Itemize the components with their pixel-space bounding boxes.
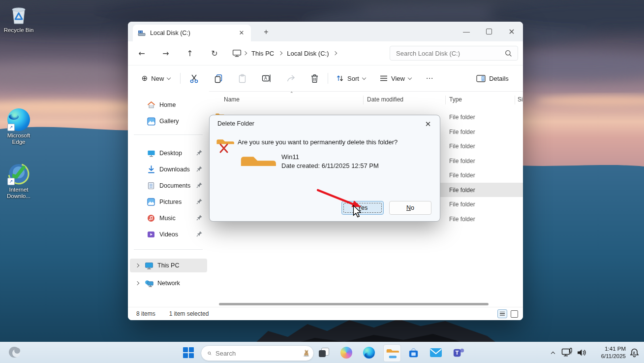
sort-ascending-caret-icon: ⌃ — [290, 91, 294, 96]
back-button[interactable]: ← — [136, 47, 148, 59]
paste-icon — [238, 74, 246, 83]
svg-text:z: z — [633, 350, 635, 355]
network-icon[interactable] — [561, 348, 572, 358]
horizontal-scrollbar[interactable] — [219, 303, 489, 305]
column-header-name[interactable]: Name — [224, 96, 240, 103]
dialog-close-icon[interactable]: ✕ — [422, 118, 434, 130]
teams-button[interactable]: T — [452, 346, 465, 359]
sidebar-item-label: This PC — [157, 262, 207, 269]
chevron-right-icon[interactable] — [333, 51, 337, 55]
forward-button[interactable]: → — [160, 47, 172, 59]
sidebar-item-downloads[interactable]: Downloads — [130, 163, 207, 176]
pin-icon — [196, 214, 203, 222]
chevron-right-icon[interactable] — [278, 51, 282, 55]
svg-text:T: T — [455, 350, 459, 356]
edge-button[interactable] — [363, 346, 375, 359]
minimize-button[interactable]: — — [455, 22, 478, 41]
file-type: File folder — [449, 201, 475, 208]
view-button[interactable]: View — [375, 70, 416, 87]
sort-button[interactable]: Sort — [332, 70, 370, 87]
search-icon — [208, 350, 212, 357]
mail-button[interactable] — [429, 346, 442, 359]
this-pc-monitor-icon — [232, 49, 242, 57]
share-button[interactable] — [280, 70, 302, 87]
microsoft-store-button[interactable] — [407, 346, 420, 359]
taskbar-search[interactable] — [201, 345, 314, 361]
yes-button[interactable]: Yes — [341, 201, 384, 215]
share-icon — [286, 74, 296, 83]
chevron-right-icon[interactable] — [243, 51, 247, 55]
weather-widget-icon[interactable] — [8, 346, 21, 359]
taskbar-search-input[interactable] — [212, 350, 302, 357]
downloads-icon — [147, 165, 155, 174]
sidebar-item-gallery[interactable]: Gallery — [130, 114, 207, 128]
search-input[interactable] — [390, 50, 505, 57]
yes-button-label: Yes — [358, 204, 368, 211]
maximize-button[interactable] — [478, 22, 500, 41]
items-count: 8 items — [136, 310, 155, 317]
notification-bell-icon[interactable]: z — [630, 348, 639, 358]
details-button-label: Details — [489, 75, 509, 82]
paste-button[interactable] — [231, 70, 253, 87]
sidebar-item-this-pc[interactable]: This PC — [130, 259, 207, 272]
column-header-date-modified[interactable]: Date modified — [367, 96, 403, 103]
rename-button[interactable]: A — [255, 70, 277, 87]
sidebar-item-pictures[interactable]: Pictures — [130, 195, 207, 209]
sidebar-item-videos[interactable]: Videos — [130, 228, 207, 241]
details-button[interactable]: Details — [470, 70, 515, 87]
file-type: File folder — [449, 172, 475, 179]
no-button[interactable]: No — [389, 201, 431, 215]
close-button[interactable]: ✕ — [500, 22, 523, 41]
desktop-icon-microsoft-edge[interactable]: ↗ Microsoft Edge — [0, 108, 37, 145]
refresh-button[interactable]: ↻ — [209, 47, 220, 59]
sidebar-item-label: Desktop — [159, 150, 196, 157]
sidebar-item-music[interactable]: Music — [130, 211, 207, 225]
desktop-icon-internet-download-manager[interactable]: ↗ Internet Downlo... — [0, 163, 37, 199]
breadcrumb-this-pc[interactable]: This PC — [248, 50, 277, 57]
tab-close-icon[interactable]: ✕ — [237, 29, 246, 37]
tray-chevron-up-icon[interactable] — [552, 349, 554, 357]
delete-button[interactable] — [304, 70, 326, 87]
column-header-size[interactable]: Size — [518, 96, 523, 103]
sidebar-item-label: Home — [159, 101, 207, 108]
task-view-button[interactable] — [317, 346, 330, 359]
more-button[interactable]: ⋯ — [421, 70, 438, 87]
gallery-icon — [147, 117, 155, 126]
search-box[interactable] — [390, 46, 518, 61]
command-bar: ⊕ New — [128, 66, 523, 92]
expand-chevron-icon[interactable] — [135, 281, 139, 285]
videos-icon — [147, 230, 155, 239]
file-explorer-button[interactable] — [383, 344, 401, 362]
large-icons-view-button[interactable] — [511, 310, 518, 318]
up-button[interactable]: ↑ — [184, 47, 196, 59]
new-button[interactable]: ⊕ New — [135, 70, 177, 87]
copilot-button[interactable] — [340, 346, 353, 359]
sort-icon — [336, 74, 344, 82]
copy-button[interactable] — [207, 70, 229, 87]
start-button[interactable] — [182, 346, 195, 359]
copilot-icon — [340, 347, 352, 359]
view-icon — [380, 75, 388, 82]
expand-chevron-icon[interactable] — [135, 264, 139, 267]
breadcrumb-local-disk[interactable]: Local Disk (C:) — [284, 50, 332, 57]
desktop-icon-recycle-bin[interactable]: Recycle Bin — [0, 3, 37, 33]
details-pane-icon — [476, 75, 486, 82]
sidebar-item-documents[interactable]: Documents — [130, 179, 207, 193]
column-header-type[interactable]: Type — [449, 96, 462, 103]
desktop-icon-label: Internet Downlo... — [0, 187, 37, 199]
sidebar-item-label: Downloads — [159, 166, 196, 173]
sidebar-item-network[interactable]: Network — [130, 276, 207, 290]
tab-local-disk-c[interactable]: Local Disk (C:) ✕ — [133, 25, 251, 41]
cut-button[interactable] — [183, 70, 205, 87]
volume-icon[interactable] — [577, 348, 586, 357]
details-view-button[interactable] — [497, 309, 507, 318]
file-type: File folder — [449, 129, 475, 135]
pin-icon — [196, 231, 203, 238]
microsoft-store-icon — [407, 347, 420, 359]
new-tab-button[interactable]: + — [260, 26, 273, 38]
taskbar-clock[interactable]: 1:41 PM 6/11/2025 — [591, 345, 626, 360]
sidebar-item-home[interactable]: Home — [130, 98, 207, 112]
teams-icon: T — [453, 347, 465, 359]
sidebar-item-desktop[interactable]: Desktop — [130, 146, 207, 160]
file-type: File folder — [449, 158, 475, 165]
